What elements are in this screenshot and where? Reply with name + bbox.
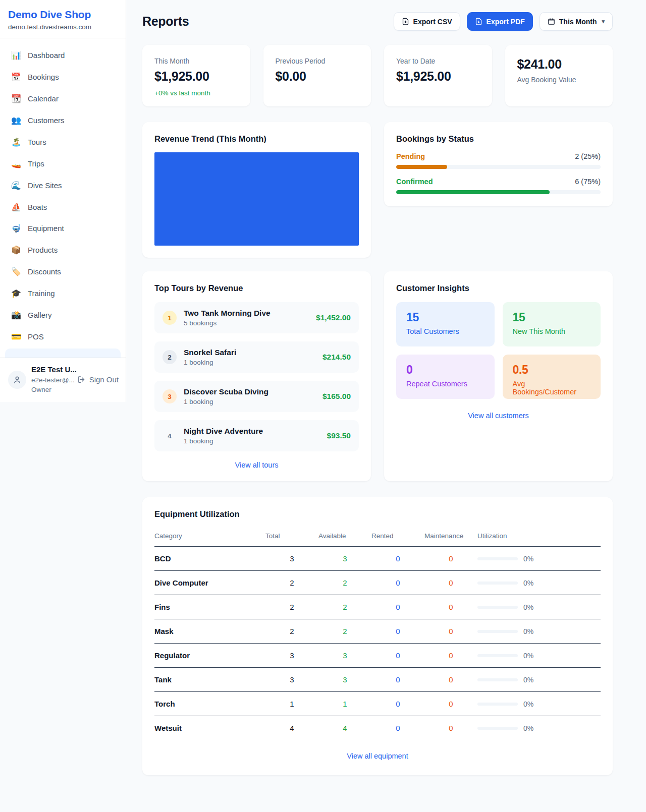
sidebar-item-trips[interactable]: 🚤 Trips: [5, 153, 121, 175]
status-row-pending: Pending 2 (25%): [396, 152, 601, 169]
customers-icon: 👥: [11, 115, 21, 125]
equipment-category: Tank: [154, 668, 265, 692]
utilization-bar: [477, 678, 518, 681]
utilization-bar: [477, 582, 518, 585]
equipment-utilization: 0%: [477, 668, 601, 692]
sidebar-item-pos[interactable]: 💳 POS: [5, 326, 121, 347]
user-info: E2E Test U... e2e-tester@... Owner: [31, 364, 72, 395]
dive-mask-icon: 🤿: [11, 223, 21, 233]
logout-icon: [77, 375, 86, 384]
customer-insights-card: Customer Insights 15 Total Customers 15 …: [384, 271, 613, 481]
dashboard-icon: 📊: [11, 50, 21, 60]
equipment-rented: 0: [371, 692, 424, 716]
equipment-utilization-title: Equipment Utilization: [154, 509, 601, 519]
sidebar-item-customers[interactable]: 👥 Customers: [5, 109, 121, 131]
package-icon: 📦: [11, 245, 21, 255]
tour-name: Two Tank Morning Dive: [184, 309, 271, 318]
progress-track: [396, 190, 601, 194]
sidebar-item-label: Bookings: [28, 73, 59, 81]
tile-label: Repeat Customers: [406, 380, 484, 388]
utilization-bar: [477, 630, 518, 633]
sidebar-item-training[interactable]: 🎓 Training: [5, 282, 121, 304]
tag-icon: 🏷️: [11, 267, 21, 276]
equipment-total: 2: [265, 619, 318, 644]
equipment-maintenance: 0: [424, 692, 477, 716]
tour-item: 1 Two Tank Morning Dive 5 bookings $1,45…: [154, 302, 359, 333]
tour-bookings: 1 booking: [184, 437, 263, 445]
equipment-total: 3: [265, 668, 318, 692]
sidebar-item-dive-sites[interactable]: 🌊 Dive Sites: [5, 175, 121, 196]
sidebar-item-tours[interactable]: 🏝️ Tours: [5, 131, 121, 153]
sidebar-item-label: Products: [28, 246, 58, 254]
person-icon: [13, 375, 22, 384]
table-row: Mask22000%: [154, 619, 601, 644]
export-pdf-button[interactable]: Export PDF: [467, 12, 533, 31]
sidebar-item-label: POS: [28, 332, 44, 341]
sidebar-item-label: Gallery: [28, 311, 52, 319]
stat-card-year-to-date: Year to Date $1,925.00: [384, 45, 492, 106]
user-name: E2E Test U...: [31, 364, 72, 375]
period-dropdown[interactable]: This Month ▾: [540, 12, 613, 31]
sidebar-item-label: Boats: [28, 203, 47, 211]
equipment-category: Wetsuit: [154, 716, 265, 740]
sidebar-item-reports-partial[interactable]: [5, 349, 121, 358]
page-header: Reports Export CSV Export PDF: [142, 12, 613, 31]
col-utilization: Utilization: [477, 529, 601, 547]
equipment-table: Category Total Available Rented Maintena…: [154, 529, 601, 740]
bookings-by-status-title: Bookings by Status: [396, 134, 601, 144]
equipment-available: 1: [318, 692, 371, 716]
equipment-maintenance: 0: [424, 619, 477, 644]
camera-icon: 📸: [11, 310, 21, 320]
equipment-total: 2: [265, 595, 318, 619]
sailboat-icon: ⛵: [11, 202, 21, 212]
sign-out-button[interactable]: Sign Out: [77, 375, 119, 384]
equipment-utilization: 0%: [477, 692, 601, 716]
sidebar-item-dashboard[interactable]: 📊 Dashboard: [5, 44, 121, 66]
equipment-total: 2: [265, 571, 318, 595]
tour-name: Snorkel Safari: [184, 348, 236, 357]
top-tours-title: Top Tours by Revenue: [154, 283, 359, 293]
tour-amount: $165.00: [322, 392, 351, 401]
status-count: 2 (25%): [575, 152, 601, 160]
sidebar-item-gallery[interactable]: 📸 Gallery: [5, 304, 121, 326]
equipment-total: 1: [265, 692, 318, 716]
stat-value: $1,925.00: [396, 69, 480, 84]
equipment-category: Mask: [154, 619, 265, 644]
sidebar-item-bookings[interactable]: 📅 Bookings: [5, 66, 121, 88]
col-rented: Rented: [371, 529, 424, 547]
col-maintenance: Maintenance: [424, 529, 477, 547]
stat-delta: +0% vs last month: [154, 89, 238, 97]
utilization-bar: [477, 654, 518, 657]
view-all-tours-link[interactable]: View all tours: [154, 461, 359, 469]
sidebar-item-calendar[interactable]: 📆 Calendar: [5, 88, 121, 109]
tile-value: 15: [513, 311, 591, 324]
view-all-customers-link[interactable]: View all customers: [396, 412, 601, 420]
customer-insights-title: Customer Insights: [396, 283, 601, 293]
equipment-maintenance: 0: [424, 595, 477, 619]
table-row: Torch11000%: [154, 692, 601, 716]
sidebar-item-discounts[interactable]: 🏷️ Discounts: [5, 261, 121, 282]
tile-new-this-month: 15 New This Month: [503, 302, 601, 346]
equipment-rented: 0: [371, 547, 424, 571]
tile-label: Avg Bookings/Customer: [513, 380, 591, 396]
shop-domain: demo.test.divestreams.com: [8, 23, 118, 31]
export-csv-button[interactable]: Export CSV: [394, 12, 460, 31]
sidebar-item-boats[interactable]: ⛵ Boats: [5, 196, 121, 218]
equipment-category: BCD: [154, 547, 265, 571]
sidebar-item-equipment[interactable]: 🤿 Equipment: [5, 218, 121, 240]
utilization-bar: [477, 557, 518, 560]
revenue-trend-chart: [154, 152, 359, 246]
stats-row: This Month $1,925.00 +0% vs last month P…: [142, 45, 613, 106]
sidebar-item-label: Training: [28, 289, 55, 298]
sidebar-item-label: Discounts: [28, 267, 61, 276]
equipment-total: 4: [265, 716, 318, 740]
file-download-icon: [402, 18, 409, 25]
equipment-utilization: 0%: [477, 619, 601, 644]
tour-list: 1 Two Tank Morning Dive 5 bookings $1,45…: [154, 302, 359, 451]
tour-item: 4 Night Dive Adventure 1 booking $93.50: [154, 420, 359, 451]
view-all-equipment-link[interactable]: View all equipment: [154, 752, 601, 760]
brand-block: Demo Dive Shop demo.test.divestreams.com: [0, 0, 126, 38]
user-footer: E2E Test U... e2e-tester@... Owner Sign …: [0, 358, 126, 402]
tour-amount: $214.50: [322, 353, 351, 362]
sidebar-item-products[interactable]: 📦 Products: [5, 239, 121, 261]
